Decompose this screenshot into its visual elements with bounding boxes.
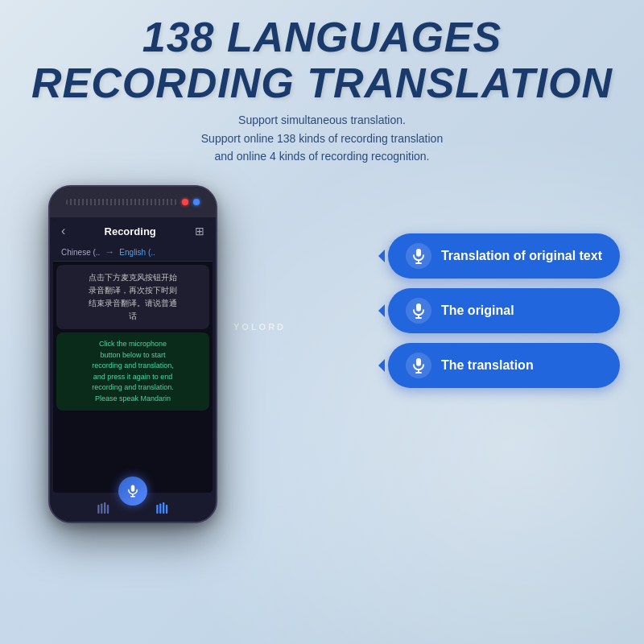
callout-mic-icon-3 (406, 353, 431, 378)
english-text: Click the microphonebutton below to star… (63, 339, 203, 404)
callout-text-2: The original (441, 303, 514, 318)
chinese-text-block: 点击下方麦克风按钮开始录音翻译，再次按下时则结束录音翻译。请说普通话 (56, 265, 209, 329)
header-title-line1: 138 LANGUAGES (0, 14, 644, 60)
svg-rect-10 (165, 505, 167, 514)
callout-text-3: The translation (441, 358, 534, 373)
phone-device: ‹ Recording ⊞ Chinese (.. → English (.. … (48, 185, 217, 523)
language-bar: Chinese (.. → English (.. (53, 243, 213, 262)
svg-rect-17 (416, 358, 421, 366)
mic-button[interactable] (118, 477, 147, 493)
svg-rect-14 (416, 303, 421, 312)
screen-topbar: ‹ Recording ⊞ (53, 219, 213, 243)
header-section: 138 LANGUAGES RECORDING TRANSLATION Supp… (0, 14, 644, 166)
phone-top-bar (50, 187, 216, 217)
english-text-block: Click the microphonebutton below to star… (56, 332, 209, 411)
lang-arrow: → (105, 246, 114, 258)
watermark: YOLORD (233, 322, 286, 332)
svg-rect-3 (97, 505, 99, 514)
led-blue (193, 199, 200, 205)
svg-rect-11 (416, 249, 421, 257)
svg-rect-0 (131, 485, 135, 492)
mic-icon (126, 484, 140, 493)
chinese-text: 点击下方麦克风按钮开始录音翻译，再次按下时则结束录音翻译。请说普通话 (63, 271, 203, 323)
callout-text-1: Translation of original text (441, 249, 602, 263)
callout-translation: The translation (388, 343, 620, 388)
mic-area (53, 477, 213, 493)
callout-translation-of-original: Translation of original text (388, 233, 620, 279)
led-red (182, 199, 188, 205)
callout-mic-icon-2 (406, 298, 431, 324)
callouts-section: Translation of original text The origina… (388, 233, 620, 388)
callout-mic-icon-1 (406, 243, 431, 269)
back-button[interactable]: ‹ (61, 224, 65, 238)
header-subtitle: Support simultaneous translation. Suppor… (0, 111, 644, 165)
lang-to[interactable]: English (.. (119, 248, 155, 257)
phone-screen: ‹ Recording ⊞ Chinese (.. → English (.. … (53, 219, 213, 493)
grid-icon[interactable]: ⊞ (195, 225, 204, 237)
screen-title: Recording (105, 225, 156, 237)
lang-from[interactable]: Chinese (.. (61, 248, 100, 257)
phone-wrapper: ‹ Recording ⊞ Chinese (.. → English (.. … (48, 185, 217, 523)
header-title-line2: RECORDING TRANSLATION (0, 60, 644, 106)
svg-rect-6 (106, 505, 108, 514)
speaker-grille (66, 199, 177, 205)
svg-rect-7 (156, 505, 158, 514)
callout-original: The original (388, 288, 620, 333)
